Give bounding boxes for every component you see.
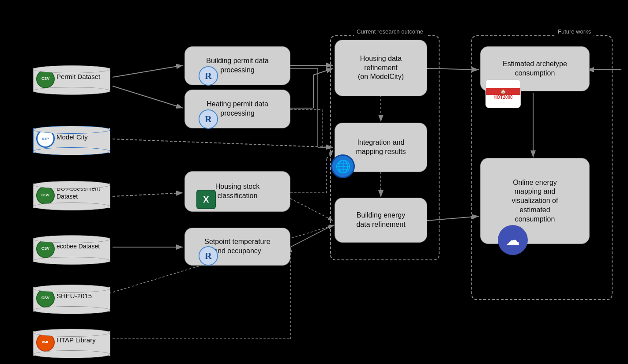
hot2000-logo: 🏠 HOT2000 <box>485 79 521 108</box>
htap-label: HTAP Library <box>56 336 96 344</box>
housing-refinement-box: Housing datarefinement(on ModelCity) <box>335 40 427 96</box>
r-logo-setpoint: R <box>199 246 218 266</box>
online-energy-box: Online energymapping andvisualization of… <box>480 158 590 244</box>
arcgis-globe-icon: 🌐 <box>331 154 355 178</box>
svg-line-6 <box>113 193 183 196</box>
arcgis-cloud-icon: ☁ <box>498 225 528 255</box>
svg-line-4 <box>113 86 183 108</box>
building-energy-box: Building energydata refinement <box>335 198 427 243</box>
model-city-label: Model City <box>56 133 88 141</box>
sheu-label: SHEU-2015 <box>56 292 92 300</box>
r-logo-building: R <box>199 66 218 86</box>
current-outcome-label: Current research outcome <box>354 27 426 36</box>
excel-logo: X <box>196 190 216 209</box>
ecobee-label: ecobee Dataset <box>56 243 100 250</box>
future-works-label: Future works <box>555 27 594 36</box>
svg-line-3 <box>113 65 183 77</box>
diagram: Current research outcome Future works <box>0 0 628 364</box>
svg-line-21 <box>290 199 333 221</box>
permit-dataset-label: Permit Dataset <box>56 73 100 80</box>
r-logo-heating: R <box>199 109 218 129</box>
svg-line-5 <box>113 139 333 147</box>
svg-line-22 <box>290 225 333 247</box>
bc-csv-icon: CSV <box>36 186 55 205</box>
